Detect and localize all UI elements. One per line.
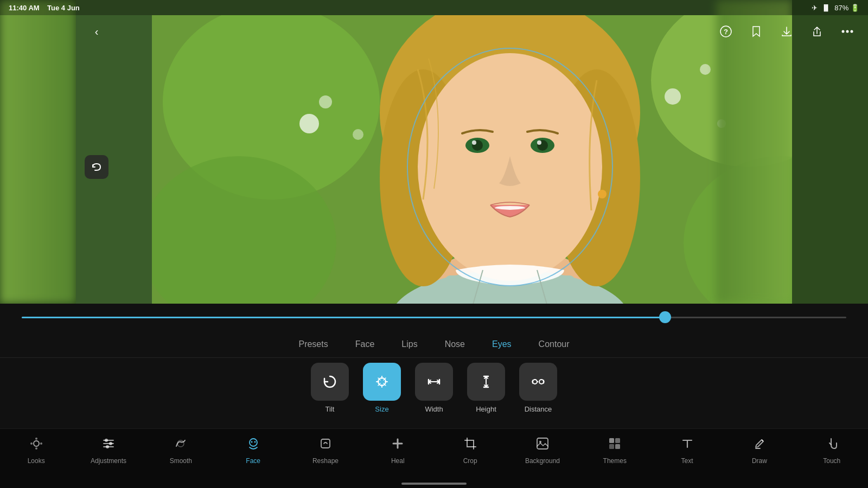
download-icon: [781, 25, 793, 37]
tool-label-distance: Distance: [525, 405, 552, 413]
svg-rect-52: [609, 444, 614, 449]
svg-point-42: [106, 445, 109, 448]
svg-point-40: [105, 439, 108, 442]
tool-item-height[interactable]: Height: [464, 363, 508, 413]
undo-icon: [91, 161, 103, 173]
nav-item-themes[interactable]: Themes: [579, 434, 651, 465]
category-tab-presets[interactable]: Presets: [298, 335, 328, 354]
nav-icon-touch: [825, 436, 839, 454]
undo-button[interactable]: [85, 155, 108, 179]
tool-item-distance[interactable]: Distance: [516, 363, 560, 413]
nav-label-draw: Draw: [752, 457, 767, 465]
slider-fill: [22, 317, 665, 318]
nav-icon-smooth: [174, 436, 188, 454]
portrait-svg: [152, 15, 792, 304]
nav-item-touch[interactable]: Touch: [796, 434, 868, 465]
nav-item-adjustments[interactable]: Adjustments: [72, 434, 144, 465]
tool-label-width: Width: [425, 405, 443, 413]
nav-item-smooth[interactable]: Smooth: [145, 434, 217, 465]
nav-icon-adjustments: [101, 436, 116, 454]
svg-point-44: [250, 439, 257, 446]
nav-label-reshape: Reshape: [312, 457, 339, 465]
toolbar-right: ?: [716, 22, 857, 41]
nav-label-text: Text: [681, 457, 693, 465]
airplane-icon: ✈: [812, 4, 818, 12]
nav-label-heal: Heal: [391, 457, 405, 465]
nav-item-reshape[interactable]: Reshape: [289, 434, 361, 465]
nav-item-looks[interactable]: Looks: [0, 434, 72, 465]
category-tab-nose[interactable]: Nose: [445, 335, 465, 354]
svg-point-5: [299, 114, 319, 133]
left-background: [0, 0, 76, 304]
svg-point-22: [472, 140, 476, 145]
nav-label-touch: Touch: [823, 457, 840, 465]
svg-rect-48: [537, 438, 548, 449]
category-tab-eyes[interactable]: Eyes: [492, 335, 512, 354]
nav-item-text[interactable]: Text: [651, 434, 723, 465]
nav-item-draw[interactable]: Draw: [723, 434, 795, 465]
help-button[interactable]: ?: [716, 22, 736, 41]
download-button[interactable]: [777, 22, 796, 41]
svg-rect-53: [615, 444, 620, 449]
tool-grid: TiltSizeWidthHeightDistance: [0, 358, 868, 418]
svg-point-35: [34, 441, 39, 446]
svg-point-31: [851, 30, 853, 33]
svg-point-7: [353, 129, 363, 140]
nav-icon-face: [246, 436, 260, 454]
share-icon: [811, 25, 823, 37]
tool-label-size: Size: [375, 405, 388, 413]
svg-point-37: [35, 447, 37, 450]
tool-item-size[interactable]: Size: [360, 363, 404, 413]
category-tab-lips[interactable]: Lips: [401, 335, 417, 354]
nav-item-heal[interactable]: Heal: [362, 434, 434, 465]
share-button[interactable]: [807, 22, 827, 41]
status-right: ✈ ▐▌ 87% 🔋: [812, 4, 859, 12]
svg-point-33: [533, 380, 537, 384]
portrait-photo: [152, 15, 792, 304]
svg-rect-47: [321, 439, 330, 448]
svg-point-8: [665, 88, 681, 105]
battery-icon: 87% 🔋: [834, 4, 859, 12]
more-button[interactable]: [838, 22, 857, 41]
category-tab-face[interactable]: Face: [355, 335, 375, 354]
tool-icon-width: [415, 363, 453, 401]
nav-icon-looks: [29, 436, 43, 454]
tool-icon-size: [363, 363, 401, 401]
status-bar: 11:40 AM Tue 4 Jun ✈ ▐▌ 87% 🔋: [0, 0, 868, 15]
nav-label-background: Background: [525, 457, 560, 465]
back-button[interactable]: ‹: [87, 22, 106, 41]
nav-item-background[interactable]: Background: [506, 434, 578, 465]
slider-area: [0, 304, 868, 331]
svg-point-6: [319, 95, 332, 108]
svg-point-9: [700, 64, 711, 75]
svg-point-43: [177, 440, 184, 447]
home-indicator: [401, 483, 467, 485]
tool-icon-tilt: [311, 363, 349, 401]
svg-point-29: [842, 30, 845, 33]
nav-icon-text: [680, 436, 694, 454]
nav-label-adjustments: Adjustments: [91, 457, 126, 465]
nav-label-themes: Themes: [603, 457, 627, 465]
svg-rect-51: [615, 438, 620, 443]
nav-item-face[interactable]: Face: [217, 434, 289, 465]
status-time: 11:40 AM Tue 4 Jun: [9, 4, 80, 12]
top-toolbar: ‹ ?: [76, 15, 868, 48]
bookmark-icon: [751, 25, 762, 37]
nav-label-crop: Crop: [463, 457, 477, 465]
nav-label-looks: Looks: [28, 457, 45, 465]
tool-icon-height: [467, 363, 505, 401]
slider-track[interactable]: [22, 317, 846, 318]
category-tab-contour[interactable]: Contour: [539, 335, 570, 354]
tool-item-width[interactable]: Width: [412, 363, 456, 413]
svg-point-46: [254, 441, 256, 443]
nav-label-smooth: Smooth: [170, 457, 192, 465]
nav-icon-draw: [752, 436, 767, 454]
tool-item-tilt[interactable]: Tilt: [308, 363, 352, 413]
nav-item-crop[interactable]: Crop: [434, 434, 506, 465]
svg-point-45: [251, 441, 252, 443]
signal-icon: ▐▌: [822, 4, 831, 11]
svg-point-23: [537, 140, 541, 145]
slider-thumb[interactable]: [659, 311, 671, 323]
bookmark-button[interactable]: [746, 22, 766, 41]
tool-label-tilt: Tilt: [326, 405, 335, 413]
